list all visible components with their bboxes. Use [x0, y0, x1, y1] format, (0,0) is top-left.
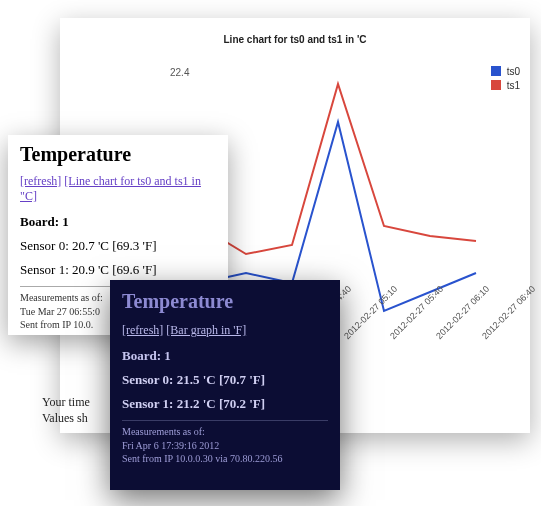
chart-title: Line chart for ts0 and ts1 in 'C	[60, 34, 530, 45]
caption-line: Your time	[42, 394, 90, 410]
refresh-link[interactable]: [refresh]	[122, 323, 163, 337]
sensor-0-reading: Sensor 0: 20.7 'C [69.3 'F]	[20, 238, 216, 254]
caption-line: Values sh	[42, 410, 90, 426]
divider	[122, 420, 328, 421]
legend-ts1: ts1	[491, 78, 520, 92]
card-heading: Temperature	[122, 290, 328, 313]
legend-label: ts0	[507, 66, 520, 77]
sensor-0-reading: Sensor 0: 21.5 'C [70.7 'F]	[122, 372, 328, 388]
series-ts1	[200, 84, 476, 254]
y-tick: 22.4	[170, 67, 189, 78]
legend-swatch-ts1	[491, 80, 501, 90]
meta-line: Measurements as of:	[122, 425, 328, 439]
card-links: [refresh] [Line chart for ts0 and ts1 in…	[20, 174, 216, 204]
card-links: [refresh] [Bar graph in 'F]	[122, 323, 328, 338]
meta-line: Sent from IP 10.0.0.30 via 70.80.220.56	[122, 452, 328, 466]
temperature-card-dark: Temperature [refresh] [Bar graph in 'F] …	[110, 280, 340, 490]
legend-swatch-ts0	[491, 66, 501, 76]
meta-line: Fri Apr 6 17:39:16 2012	[122, 439, 328, 453]
page-caption: Your time Values sh	[42, 394, 90, 426]
card-meta: Measurements as of: Fri Apr 6 17:39:16 2…	[122, 425, 328, 466]
sensor-1-reading: Sensor 1: 20.9 'C [69.6 'F]	[20, 262, 216, 278]
legend-label: ts1	[507, 80, 520, 91]
refresh-link[interactable]: [refresh]	[20, 174, 61, 188]
chart-link[interactable]: [Bar graph in 'F]	[166, 323, 246, 337]
board-label: Board: 1	[20, 214, 216, 230]
stage: Line chart for ts0 and ts1 in 'C 22.4 ts…	[0, 0, 541, 506]
board-label: Board: 1	[122, 348, 328, 364]
sensor-1-reading: Sensor 1: 21.2 'C [70.2 'F]	[122, 396, 328, 412]
chart-legend: ts0 ts1	[491, 64, 520, 92]
card-heading: Temperature	[20, 143, 216, 166]
legend-ts0: ts0	[491, 64, 520, 78]
